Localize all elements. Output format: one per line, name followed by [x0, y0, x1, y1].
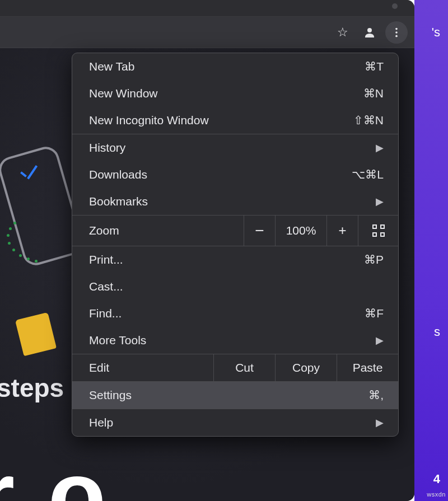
browser-window: ☆ steps r o New Tab ⌘T New Windo: [0, 0, 414, 501]
menu-shortcut: ⇧⌘N: [353, 114, 384, 127]
star-icon: ☆: [337, 25, 348, 40]
menu-label: Downloads: [89, 168, 147, 181]
menu-item-new-window[interactable]: New Window ⌘N: [72, 80, 398, 107]
chevron-right-icon: ▶: [376, 195, 384, 208]
menu-label: Print...: [89, 253, 123, 266]
menu-shortcut: ⌘N: [363, 87, 384, 100]
bookmark-star-button[interactable]: ☆: [332, 21, 354, 44]
menu-item-more-tools[interactable]: More Tools ▶: [72, 327, 398, 354]
bg-char: 's: [432, 25, 440, 40]
bg-text-large: r o: [0, 440, 109, 501]
profile-button[interactable]: [358, 21, 381, 44]
menu-shortcut: ⌘F: [365, 307, 384, 320]
checkmark-icon: [20, 165, 44, 184]
menu-label: New Window: [89, 87, 158, 100]
menu-label: New Incognito Window: [89, 114, 209, 127]
menu-label: History: [89, 141, 125, 154]
window-right-strip: 's s 4 wsxdn: [414, 0, 448, 501]
menu-item-find[interactable]: Find... ⌘F: [72, 300, 398, 327]
svg-point-2: [395, 31, 398, 34]
menu-item-edit: Edit Cut Copy Paste: [72, 354, 398, 382]
zoom-level: 100%: [275, 216, 326, 246]
svg-point-3: [395, 35, 398, 37]
menu-label: Zoom: [72, 217, 244, 244]
menu-item-help[interactable]: Help ▶: [72, 409, 398, 436]
zoom-out-button[interactable]: −: [244, 216, 275, 246]
menu-item-print[interactable]: Print... ⌘P: [72, 246, 398, 273]
menu-item-zoom: Zoom − 100% +: [72, 216, 398, 246]
zoom-in-button[interactable]: +: [326, 216, 358, 246]
bg-char: 4: [433, 472, 440, 486]
vertical-dots-icon: [390, 26, 403, 39]
bg-text-steps: steps: [0, 373, 64, 403]
edit-paste-button[interactable]: Paste: [337, 354, 398, 381]
menu-shortcut: ⌘T: [365, 60, 384, 73]
menu-item-downloads[interactable]: Downloads ⌥⌘L: [72, 161, 398, 188]
tab-indicator-icon: [392, 3, 398, 9]
menu-label: Edit: [72, 354, 213, 381]
menu-shortcut: ⌘,: [368, 388, 384, 402]
profile-icon: [363, 26, 376, 39]
menu-label: Bookmarks: [89, 195, 148, 208]
menu-item-bookmarks[interactable]: Bookmarks ▶: [72, 188, 398, 215]
edit-cut-button[interactable]: Cut: [213, 354, 275, 381]
menu-shortcut: ⌥⌘L: [352, 168, 384, 181]
tab-strip: [0, 0, 414, 17]
menu-item-settings[interactable]: Settings ⌘,: [72, 382, 398, 409]
menu-item-new-incognito[interactable]: New Incognito Window ⇧⌘N: [72, 107, 398, 134]
edit-copy-button[interactable]: Copy: [275, 354, 337, 381]
toolbar: ☆: [0, 17, 414, 48]
menu-shortcut: ⌘P: [364, 253, 384, 266]
fullscreen-icon: [372, 224, 385, 237]
menu-label: Find...: [89, 307, 122, 320]
menu-label: More Tools: [89, 334, 146, 347]
bg-char: s: [434, 325, 440, 339]
menu-item-new-tab[interactable]: New Tab ⌘T: [72, 53, 398, 80]
menu-item-cast[interactable]: Cast...: [72, 273, 398, 300]
menu-label: Help: [89, 416, 113, 429]
fullscreen-button[interactable]: [358, 216, 398, 246]
chevron-right-icon: ▶: [376, 334, 384, 347]
chrome-main-menu: New Tab ⌘T New Window ⌘N New Incognito W…: [72, 53, 399, 437]
menu-label: Settings: [89, 388, 132, 402]
more-menu-button[interactable]: [385, 21, 408, 44]
menu-item-history[interactable]: History ▶: [72, 134, 398, 161]
sticky-note-illustration: [15, 312, 57, 357]
menu-label: Cast...: [89, 280, 123, 293]
chevron-right-icon: ▶: [376, 142, 384, 154]
chevron-right-icon: ▶: [376, 416, 384, 429]
svg-point-0: [367, 28, 372, 32]
menu-label: New Tab: [89, 60, 134, 73]
watermark-text: wsxdn: [427, 491, 446, 498]
svg-point-1: [395, 27, 398, 30]
